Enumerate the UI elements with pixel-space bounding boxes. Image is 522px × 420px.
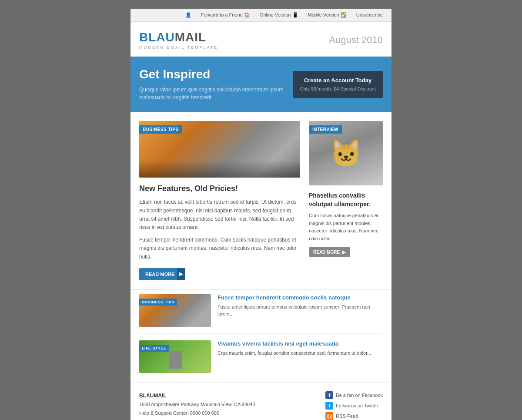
logo-mail: MAIL xyxy=(175,30,206,44)
footer-left: BLAUMAIL 1600 Amphitheatre Parkway Mount… xyxy=(139,391,255,420)
side-article-image-wrap: INTERVIEW xyxy=(309,121,383,185)
list-article-2-text: Vivamus viverra facilisis nisl eget male… xyxy=(218,340,371,373)
mobile-version-link[interactable]: Mobile Version xyxy=(308,12,339,17)
unsubscribe-link[interactable]: Unsubscribe xyxy=(356,12,383,17)
side-article-title: Phasellus convallis volutpat ullamcorper… xyxy=(309,192,383,208)
footer: BLAUMAIL 1600 Amphitheatre Parkway Mount… xyxy=(130,383,392,420)
main-read-more-label: READ MORE xyxy=(145,272,174,277)
main-read-more-button[interactable]: READ MORE ▶ xyxy=(139,268,185,280)
main-content: BUSINESS TIPS New Features, Old Pricies!… xyxy=(130,112,392,290)
side-arrow-icon: ▶ xyxy=(342,250,346,255)
twitter-label: Follow us on Twitter xyxy=(336,403,378,408)
main-article-body1: Etiam non lacus ac velit lobortis rutrum… xyxy=(139,198,300,232)
twitter-link[interactable]: t Follow us on Twitter xyxy=(325,402,383,410)
hero-cta-title: Create an Account Today xyxy=(300,77,376,84)
header: BLAUMAIL MODERN EMAIL TEMPLATE August 20… xyxy=(130,22,392,57)
header-date: August 2010 xyxy=(329,34,383,46)
facebook-label: Be a fan on Facebook xyxy=(336,393,383,398)
check-icon: ✅ xyxy=(341,12,347,18)
mobile-icon: 📱 xyxy=(292,12,298,18)
hero-cta-sub: Only $9/month. $4 Special Discount xyxy=(300,86,376,91)
logo-tagline: MODERN EMAIL TEMPLATE xyxy=(139,45,218,50)
main-article-image-wrap: BUSINESS TIPS xyxy=(139,121,300,178)
top-bar: 👤 Forward to a Friend 🏠 Online Version 📱… xyxy=(130,9,392,22)
home-icon: 🏠 xyxy=(244,12,250,18)
hero-banner: Get Inspired Quisque vitae ipsum quis sa… xyxy=(130,57,392,112)
main-article-body2: Fusce tempor hendrerit commodo. Cum soci… xyxy=(139,236,300,261)
list-badge-2: LIFE STYLE xyxy=(139,345,169,352)
facebook-link[interactable]: f Be a fan on Facebook xyxy=(325,391,383,399)
logo-blau: BLAU xyxy=(139,30,175,44)
footer-company: BLAUMAIL xyxy=(139,393,167,399)
forward-link[interactable]: Forward to a Friend xyxy=(201,12,243,17)
list-badge-1: BUSINESS TIPS xyxy=(139,299,177,306)
list-thumb-1-wrap: BUSINESS TIPS xyxy=(139,294,211,327)
list-article-1-text: Fusce tempor hendrerit commodo sociis na… xyxy=(218,294,383,327)
footer-address: 1600 Amphitheatre Parkway Mountain View,… xyxy=(139,402,255,407)
online-version-link[interactable]: Online Version xyxy=(260,12,291,17)
side-read-more-label: READ MORE xyxy=(313,250,340,255)
list-article-1-title[interactable]: Fusce tempor hendrerit commodo sociis na… xyxy=(218,294,383,301)
hero-cta-box[interactable]: Create an Account Today Only $9/month. $… xyxy=(293,71,383,98)
twitter-icon: t xyxy=(325,402,333,410)
hero-title: Get Inspired xyxy=(139,67,287,81)
side-article-body: Cum sociis natoque penatibus et magnis d… xyxy=(309,212,383,242)
list-section: BUSINESS TIPS Fusce tempor hendrerit com… xyxy=(130,290,392,383)
list-item: LIFE STYLE Vivamus viverra facilisis nis… xyxy=(139,340,383,373)
footer-support: Help & Support Center: 0000 000 000 xyxy=(139,410,219,416)
col-right: INTERVIEW Phasellus convallis volutpat u… xyxy=(309,121,383,280)
facebook-icon: f xyxy=(325,391,333,399)
read-more-arrow-icon: ▶ xyxy=(177,268,185,280)
rss-link[interactable]: )))) RSS Feed xyxy=(325,412,383,420)
person-icon: 👤 xyxy=(185,12,191,18)
hero-text: Get Inspired Quisque vitae ipsum quis sa… xyxy=(139,67,287,101)
hero-body: Quisque vitae ipsum quis sagittis sollic… xyxy=(139,86,287,101)
two-col-layout: BUSINESS TIPS New Features, Old Pricies!… xyxy=(139,121,383,280)
side-read-more-button[interactable]: READ MORE ▶ xyxy=(309,247,350,257)
side-article-badge: INTERVIEW xyxy=(309,125,342,134)
list-article-1-body: Fusce amet ligula ornare tempus vulputat… xyxy=(218,303,383,318)
rss-label: RSS Feed xyxy=(336,413,358,419)
main-article-badge: BUSINESS TIPS xyxy=(139,125,182,134)
list-article-2-title[interactable]: Vivamus viverra facilisis nisl eget male… xyxy=(218,340,371,347)
list-article-2-body: Cras mauris enim, feugiat porttitor cons… xyxy=(218,349,371,357)
list-thumb-2-wrap: LIFE STYLE xyxy=(139,340,211,373)
rss-icon: )))) xyxy=(325,412,333,420)
footer-right: f Be a fan on Facebook t Follow us on Tw… xyxy=(325,391,383,420)
logo-area: BLAUMAIL MODERN EMAIL TEMPLATE xyxy=(139,30,218,50)
list-item: BUSINESS TIPS Fusce tempor hendrerit com… xyxy=(139,294,383,334)
col-left: BUSINESS TIPS New Features, Old Pricies!… xyxy=(139,121,300,280)
main-article-title: New Features, Old Pricies! xyxy=(139,184,300,194)
